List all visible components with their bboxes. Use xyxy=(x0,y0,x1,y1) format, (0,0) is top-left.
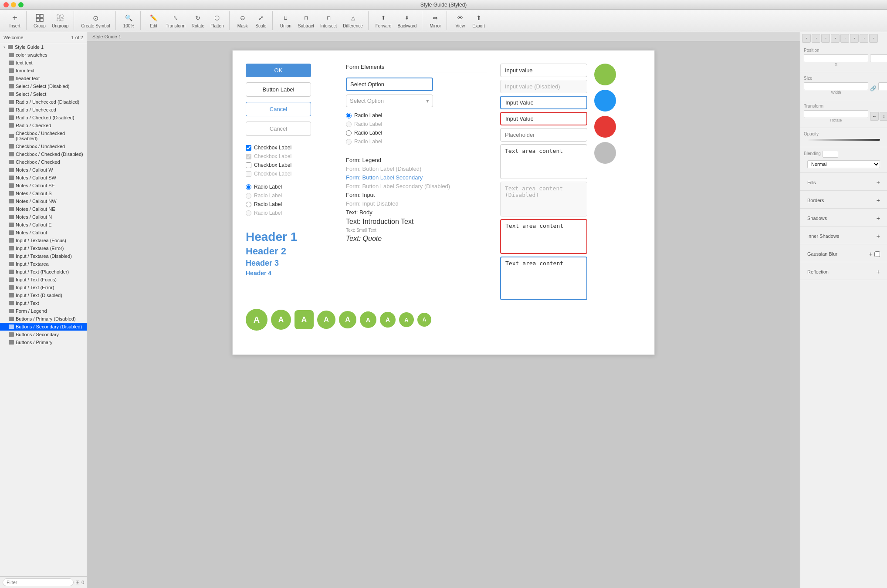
select-inactive[interactable]: Select Option ▾ xyxy=(346,95,433,107)
layer-notes-callout[interactable]: Notes / Callout xyxy=(0,229,87,237)
align-top-button[interactable]: ⬝ xyxy=(831,34,840,43)
layer-notes-callout-e[interactable]: Notes / Callout E xyxy=(0,221,87,229)
layer-root[interactable]: ▾ Style Guide 1 xyxy=(0,43,87,51)
layer-radio-checked-disabled[interactable]: Radio / Checked (Disabled) xyxy=(0,114,87,122)
input-error[interactable] xyxy=(500,112,587,125)
ungroup-button[interactable]: Ungroup xyxy=(49,11,71,30)
borders-add-button[interactable]: + xyxy=(877,197,880,204)
group-button[interactable]: Group xyxy=(31,11,48,30)
textarea-error[interactable]: Text area content xyxy=(500,219,587,254)
textarea-normal[interactable]: Text area content xyxy=(500,144,587,179)
align-center-v-button[interactable]: ⬝ xyxy=(840,34,849,43)
layer-notes-callout-w[interactable]: Notes / Callout W xyxy=(0,166,87,174)
layer-input-text[interactable]: Input / Text xyxy=(0,299,87,307)
radio-input-unchecked[interactable] xyxy=(246,202,251,207)
y-input[interactable] xyxy=(870,54,887,62)
input-normal[interactable] xyxy=(500,64,587,77)
radio-unchecked[interactable]: Radio Label xyxy=(246,201,333,207)
export-button[interactable]: ⬆ Export xyxy=(470,11,488,30)
align-right-button[interactable]: ⬝ xyxy=(821,34,830,43)
layer-input-textarea-focus[interactable]: Input / Textarea (Focus) xyxy=(0,237,87,244)
layer-radio-unchecked-disabled[interactable]: Radio / Unchecked (Disabled) xyxy=(0,98,87,106)
radio-col2-input[interactable] xyxy=(346,113,352,118)
ok-button[interactable]: OK xyxy=(246,64,311,77)
layer-checkbox-checked[interactable]: Checkbox / Checked xyxy=(0,158,87,166)
layer-radio-unchecked[interactable]: Radio / Unchecked xyxy=(0,106,87,114)
difference-button[interactable]: △ Difference xyxy=(340,11,365,30)
layer-select-disabled[interactable]: Select / Select (Disabled) xyxy=(0,82,87,90)
radio-col2-unchecked[interactable] xyxy=(346,130,352,136)
checkbox-input[interactable] xyxy=(246,145,251,151)
button-label[interactable]: Button Label xyxy=(246,82,311,97)
layer-notes-callout-se[interactable]: Notes / Callout SE xyxy=(0,182,87,189)
layer-buttons-secondary[interactable]: Buttons / Secondary xyxy=(0,331,87,338)
search-input[interactable] xyxy=(3,578,74,586)
subtract-button[interactable]: ⊓ Subtract xyxy=(295,11,317,30)
maximize-button[interactable] xyxy=(18,2,24,7)
checkbox-checked-disabled[interactable]: Checkbox Label xyxy=(246,153,333,159)
layer-buttons-secondary-disabled[interactable]: Buttons / Secondary (Disabled) xyxy=(0,323,87,331)
layer-color-swatches[interactable]: color swatches xyxy=(0,51,87,59)
flip-h-button[interactable]: ↔ xyxy=(870,112,879,121)
height-input[interactable] xyxy=(878,82,887,90)
checkbox-unchecked-disabled[interactable]: Checkbox Label xyxy=(246,171,333,177)
window-controls[interactable] xyxy=(3,2,24,7)
align-left-button[interactable]: ⬝ xyxy=(802,34,811,43)
distribute-h-button[interactable]: ⬝ xyxy=(860,34,868,43)
edit-button[interactable]: ✏️ Edit xyxy=(145,11,163,30)
view-button[interactable]: 👁 View xyxy=(451,11,469,30)
radio-col2-unchecked1[interactable]: Radio Label xyxy=(346,121,487,127)
opacity-bar[interactable] xyxy=(807,139,880,141)
layer-notes-callout-n[interactable]: Notes / Callout N xyxy=(0,213,87,221)
input-placeholder[interactable] xyxy=(500,128,587,142)
rotate-input[interactable] xyxy=(804,110,868,118)
x-input[interactable] xyxy=(804,54,868,62)
align-bottom-button[interactable]: ⬝ xyxy=(850,34,859,43)
radio-col2-checked[interactable]: Radio Label xyxy=(346,112,487,118)
textarea-focus[interactable]: Text area content xyxy=(500,257,587,300)
close-button[interactable] xyxy=(3,2,9,7)
intersect-button[interactable]: ⊓ Intersect xyxy=(318,11,339,30)
backward-button[interactable]: ⬇ Backward xyxy=(395,11,419,30)
width-input[interactable] xyxy=(804,82,868,90)
inner-shadows-add-button[interactable]: + xyxy=(877,233,880,240)
fills-add-button[interactable]: + xyxy=(877,179,880,186)
radio-col2-unchecked3[interactable]: Radio Label xyxy=(346,139,487,145)
layer-checkbox-checked-disabled[interactable]: Checkbox / Checked (Disabled) xyxy=(0,150,87,158)
layer-input-textarea-disabled[interactable]: Input / Textarea (Disabled) xyxy=(0,252,87,260)
layer-checkbox-unchecked[interactable]: Checkbox / Unchecked xyxy=(0,142,87,150)
layer-notes-callout-s[interactable]: Notes / Callout S xyxy=(0,189,87,197)
forward-button[interactable]: ⬆ Forward xyxy=(373,11,394,30)
gaussian-blur-checkbox[interactable] xyxy=(874,251,880,257)
layers-list[interactable]: ▾ Style Guide 1 color swatches text text… xyxy=(0,43,87,576)
radio-col2-unchecked2[interactable]: Radio Label xyxy=(346,130,487,136)
reflection-add-button[interactable]: + xyxy=(877,268,880,275)
layer-buttons-primary-disabled[interactable]: Buttons / Primary (Disabled) xyxy=(0,315,87,323)
scale-button[interactable]: ⤢ Scale xyxy=(252,11,270,30)
layer-radio-checked[interactable]: Radio / Checked xyxy=(0,122,87,129)
layer-notes-callout-ne[interactable]: Notes / Callout NE xyxy=(0,205,87,213)
union-button[interactable]: ⊔ Union xyxy=(277,11,295,30)
layer-header-text[interactable]: header text xyxy=(0,74,87,82)
radio-checked[interactable]: Radio Label xyxy=(246,184,333,190)
mirror-button[interactable]: ⇔ Mirror xyxy=(427,11,444,30)
layer-form-text[interactable]: form text xyxy=(0,67,87,74)
shadows-add-button[interactable]: + xyxy=(877,215,880,222)
mask-button[interactable]: ⊖ Mask xyxy=(234,11,251,30)
flatten-button[interactable]: ⬡ Flatten xyxy=(208,11,227,30)
layer-text-text[interactable]: text text xyxy=(0,59,87,67)
cancel-button-gray[interactable]: Cancel xyxy=(246,122,311,136)
layer-buttons-primary[interactable]: Buttons / Primary xyxy=(0,338,87,346)
checkbox-input-unchecked[interactable] xyxy=(246,162,251,168)
form-btn-secondary-text[interactable]: Form: Button Label Secondary xyxy=(346,174,487,181)
checkbox-unchecked[interactable]: Checkbox Label xyxy=(246,162,333,168)
radio-unchecked-disabled[interactable]: Radio Label xyxy=(246,193,333,199)
cancel-button-primary[interactable]: Cancel xyxy=(246,102,311,116)
minimize-button[interactable] xyxy=(11,2,16,7)
layer-input-text-placeholder[interactable]: Input / Text (Placeholder) xyxy=(0,268,87,276)
layer-input-text-error[interactable]: Input / Text (Error) xyxy=(0,284,87,291)
select-active[interactable]: Select Option xyxy=(346,78,433,91)
layer-input-textarea[interactable]: Input / Textarea xyxy=(0,260,87,268)
checkbox-checked-active[interactable]: Checkbox Label xyxy=(246,145,333,151)
layer-checkbox-unchecked-disabled[interactable]: Checkbox / Unchecked (Disabled) xyxy=(0,129,87,142)
